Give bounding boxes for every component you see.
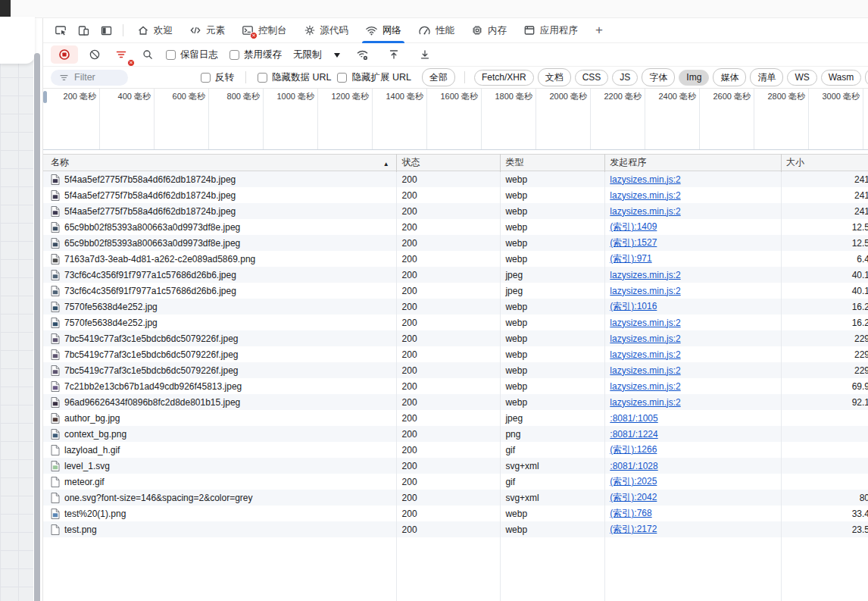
checkbox[interactable] (201, 73, 211, 83)
request-initiator-link[interactable]: lazysizes.min.js:2 (610, 381, 680, 392)
table-row[interactable]: author_bg.jpg 200 jpeg :8081/:1005 (43, 410, 868, 426)
checkbox[interactable] (229, 50, 239, 60)
dock-side-button[interactable] (95, 20, 117, 41)
devtools-tab-home[interactable]: 欢迎 (129, 18, 181, 43)
invert-filter-checkbox[interactable]: 反转 (201, 71, 234, 84)
throttling-select[interactable]: 无限制 (289, 49, 345, 61)
request-initiator-link[interactable]: (索引):1409 (610, 221, 657, 232)
table-row[interactable]: 96ad96626434f0896b8fc2d8de801b15.jpeg 20… (43, 394, 868, 410)
table-row[interactable]: 5f4aa5ef2775f7b58a4d6f62db18724b.jpeg 20… (43, 187, 868, 203)
filter-toggle-button[interactable]: ✕ (111, 45, 131, 64)
table-row[interactable]: context_bg.png 200 png :8081/:1224 (43, 426, 868, 442)
table-row[interactable]: level_1.svg 200 svg+xml :8081/:1028 (43, 458, 868, 474)
checkbox[interactable] (258, 73, 267, 83)
request-initiator-link[interactable]: lazysizes.min.js:2 (610, 318, 680, 328)
filter-chip[interactable]: 媒体 (713, 68, 746, 86)
request-initiator-link[interactable]: :8081/:1005 (610, 413, 657, 424)
request-initiator-link[interactable]: lazysizes.min.js:2 (610, 190, 680, 201)
search-button[interactable] (138, 45, 158, 64)
filter-chip[interactable]: 清单 (750, 68, 783, 86)
devtools-tab-performance[interactable]: 性能 (410, 18, 463, 43)
request-initiator-link[interactable]: (索引):2172 (610, 524, 657, 534)
devtools-tab-memory[interactable]: 内存 (463, 18, 515, 43)
request-initiator-link[interactable]: lazysizes.min.js:2 (610, 270, 680, 280)
request-initiator-link[interactable]: :8081/:1224 (610, 429, 657, 440)
devtools-tab-code[interactable]: 元素 (181, 18, 233, 43)
home-icon (137, 24, 149, 36)
request-initiator-link[interactable]: lazysizes.min.js:2 (610, 174, 680, 185)
request-initiator-link[interactable]: :8081/:1028 (610, 461, 657, 471)
table-row[interactable]: 5f4aa5ef2775f7b58a4d6f62db18724b.jpeg 20… (43, 203, 868, 219)
request-initiator-link[interactable]: lazysizes.min.js:2 (610, 206, 680, 217)
request-initiator-link[interactable]: lazysizes.min.js:2 (610, 365, 680, 376)
clear-network-log-button[interactable] (85, 45, 105, 64)
filter-chip[interactable]: Fetch/XHR (474, 70, 534, 86)
devtools-tab-console[interactable]: ✕控制台 (233, 18, 295, 43)
request-initiator-link[interactable]: (索引):1016 (610, 301, 657, 311)
hide-extension-urls-checkbox[interactable]: 隐藏扩展 URL (337, 71, 411, 84)
table-row[interactable]: 73cf6c4c356f91f7977a1c57686d26b6.jpeg 20… (43, 267, 868, 283)
filter-chip[interactable]: 字体 (642, 68, 675, 86)
request-initiator-link[interactable]: (索引):1527 (610, 237, 657, 248)
request-initiator-link[interactable]: (索引):971 (610, 253, 651, 264)
filter-chip[interactable]: Img (679, 70, 709, 86)
checkbox[interactable] (337, 73, 347, 83)
filter-chip[interactable]: 其他 (865, 68, 868, 86)
request-initiator-link[interactable]: lazysizes.min.js:2 (610, 333, 680, 344)
table-row[interactable]: 65c9bb02f85393a800663a0d9973df8e.jpeg 20… (43, 235, 868, 251)
table-row[interactable]: lazyload_h.gif 200 gif (索引):1266 (43, 442, 868, 458)
table-row[interactable]: meteor.gif 200 gif (索引):2025 (43, 474, 868, 490)
table-row[interactable]: 7bc5419c77af3c1e5bdcb6dc5079226f.jpeg 20… (43, 346, 868, 362)
checkbox[interactable] (166, 50, 176, 60)
table-row[interactable]: 7570fe5638d4e252.jpg 200 webp lazysizes.… (43, 315, 868, 330)
request-initiator-link[interactable]: lazysizes.min.js:2 (610, 397, 680, 408)
table-row[interactable]: 7bc5419c77af3c1e5bdcb6dc5079226f.jpeg 20… (43, 362, 868, 378)
preserve-log-checkbox[interactable]: 保留日志 (166, 49, 218, 61)
devtools-tab-application[interactable]: 应用程序 (515, 18, 586, 43)
column-header-status[interactable]: 状态 (396, 156, 500, 169)
request-initiator-link[interactable]: lazysizes.min.js:2 (610, 286, 680, 296)
table-row[interactable]: 73cf6c4c356f91f7977a1c57686d26b6.jpeg 20… (43, 283, 868, 299)
device-toolbar-button[interactable] (72, 20, 95, 41)
column-header-size[interactable]: 大小 (780, 156, 868, 169)
filter-chip[interactable]: CSS (575, 70, 609, 86)
file-icon (51, 461, 60, 471)
inspect-button[interactable] (49, 20, 72, 41)
request-status: 200 (396, 206, 500, 217)
timeline-tick: 1800 毫秒 (482, 89, 536, 150)
column-header-initiator[interactable]: 发起程序 (604, 156, 780, 169)
table-row[interactable]: 65c9bb02f85393a800663a0d9973df8e.jpeg 20… (43, 219, 868, 235)
filter-input[interactable]: Filter (51, 70, 128, 86)
request-initiator-link[interactable]: (索引):2042 (610, 492, 657, 502)
column-header-type[interactable]: 类型 (499, 156, 604, 169)
request-initiator-link[interactable]: (索引):768 (610, 508, 651, 518)
table-row[interactable]: 7163a7d3-3eab-4d81-a262-c2e089ad5869.png… (43, 251, 868, 267)
filter-chip[interactable]: WS (787, 70, 816, 86)
column-header-name[interactable]: 名称 ▲ (43, 156, 396, 169)
table-row[interactable]: test%20(1).png 200 webp (索引):768 33.4 (43, 506, 868, 521)
export-har-button[interactable] (415, 45, 435, 64)
table-row[interactable]: 7570fe5638d4e252.jpg 200 webp (索引):1016 … (43, 299, 868, 315)
hide-data-urls-checkbox[interactable]: 隐藏数据 URL (258, 71, 331, 84)
request-initiator-link[interactable]: lazysizes.min.js:2 (610, 349, 680, 360)
disable-cache-checkbox[interactable]: 禁用缓存 (229, 49, 282, 61)
table-row[interactable]: 5f4aa5ef2775f7b58a4d6f62db18724b.jpeg 20… (43, 171, 868, 187)
import-har-button[interactable] (384, 45, 404, 64)
more-tabs-button[interactable]: + (586, 23, 612, 38)
devtools-tab-sources[interactable]: 源代码 (295, 18, 358, 43)
table-row[interactable]: test.png 200 webp (索引):2172 23.5 (43, 521, 868, 537)
filter-chip[interactable]: JS (612, 70, 638, 86)
request-initiator-link[interactable]: (索引):2025 (610, 476, 657, 487)
table-row[interactable]: 7c21bb2e13cb67b1ad49cdb926f45813.jpeg 20… (43, 378, 868, 394)
filter-chip[interactable]: Wasm (821, 70, 862, 86)
network-conditions-button[interactable] (353, 45, 373, 64)
table-row[interactable]: 7bc5419c77af3c1e5bdcb6dc5079226f.jpeg 20… (43, 330, 868, 346)
devtools-tab-network[interactable]: 网络 (357, 18, 410, 43)
filter-chip[interactable]: 文档 (538, 68, 571, 86)
network-overview-ruler[interactable]: 200 毫秒400 毫秒600 毫秒800 毫秒1000 毫秒1200 毫秒14… (43, 89, 868, 150)
devtools-resize-handle[interactable] (34, 53, 40, 601)
filter-chip[interactable]: 全部 (422, 68, 455, 86)
record-stop-button[interactable] (51, 45, 78, 64)
table-row[interactable]: one.svg?font-size=146&spacing=2&color=gr… (43, 490, 868, 506)
request-initiator-link[interactable]: (索引):1266 (610, 444, 657, 455)
